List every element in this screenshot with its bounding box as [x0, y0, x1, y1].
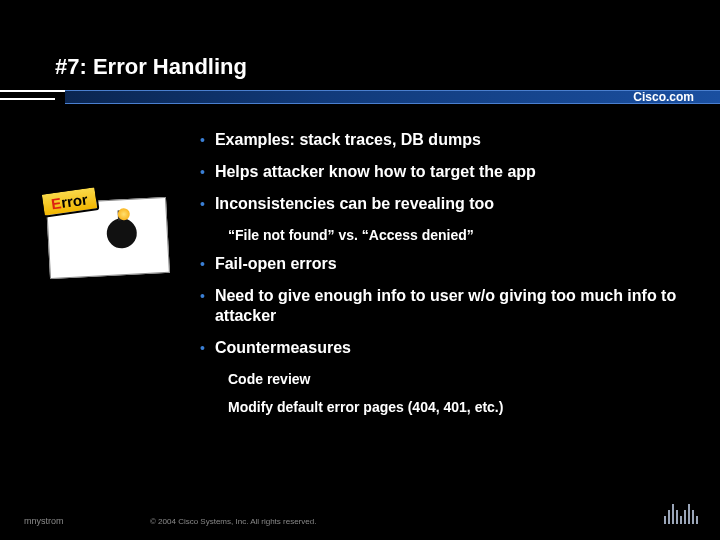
title-area: #7: Error Handling — [55, 54, 720, 80]
bullet-dot-icon: • — [200, 194, 205, 214]
bullet-item: • Countermeasures — [200, 338, 690, 358]
header-white-line-bottom — [0, 98, 55, 100]
header-white-line-top — [0, 90, 65, 92]
error-graphic: Error — [48, 200, 178, 300]
bomb-icon — [106, 218, 138, 250]
bullet-item: • Examples: stack traces, DB dumps — [200, 130, 690, 150]
error-graphic-card: Error — [46, 197, 170, 279]
cisco-logo-icon — [664, 502, 698, 524]
bullet-item: • Inconsistencies can be revealing too — [200, 194, 690, 214]
bullet-dot-icon: • — [200, 254, 205, 274]
cisco-logo-bars — [664, 502, 698, 524]
sub-bullet-item: “File not found” vs. “Access denied” — [228, 226, 690, 244]
bullet-dot-icon: • — [200, 338, 205, 358]
bullet-item: • Need to give enough info to user w/o g… — [200, 286, 690, 326]
sub-bullet-item: Code review — [228, 370, 690, 388]
sub-bullet-text: Code review — [228, 370, 690, 388]
bullet-text: Need to give enough info to user w/o giv… — [215, 286, 690, 326]
content-area: • Examples: stack traces, DB dumps • Hel… — [200, 130, 690, 426]
footer-copyright: © 2004 Cisco Systems, Inc. All rights re… — [150, 517, 316, 526]
header-blue-bar — [65, 90, 720, 104]
sub-bullet-text: Modify default error pages (404, 401, et… — [228, 398, 690, 416]
sub-bullet-item: Modify default error pages (404, 401, et… — [228, 398, 690, 416]
bullet-text: Fail-open errors — [215, 254, 337, 274]
bullet-text: Examples: stack traces, DB dumps — [215, 130, 481, 150]
bullet-item: • Fail-open errors — [200, 254, 690, 274]
bullet-dot-icon: • — [200, 162, 205, 182]
bullet-item: • Helps attacker know how to target the … — [200, 162, 690, 182]
header-divider — [0, 90, 720, 104]
slide: #7: Error Handling Cisco.com Error • Exa… — [0, 0, 720, 540]
bullet-dot-icon: • — [200, 130, 205, 150]
brand-label: Cisco.com — [633, 90, 694, 104]
spark-icon — [117, 208, 130, 221]
footer: mnystrom © 2004 Cisco Systems, Inc. All … — [0, 506, 720, 526]
slide-title: #7: Error Handling — [55, 54, 720, 80]
error-label-rest: rror — [60, 190, 89, 211]
footer-author: mnystrom — [24, 516, 64, 526]
bullet-text: Countermeasures — [215, 338, 351, 358]
error-graphic-label: Error — [40, 185, 100, 218]
bullet-text: Inconsistencies can be revealing too — [215, 194, 494, 214]
sub-bullet-text: “File not found” vs. “Access denied” — [228, 226, 690, 244]
bullet-text: Helps attacker know how to target the ap… — [215, 162, 536, 182]
bullet-dot-icon: • — [200, 286, 205, 306]
